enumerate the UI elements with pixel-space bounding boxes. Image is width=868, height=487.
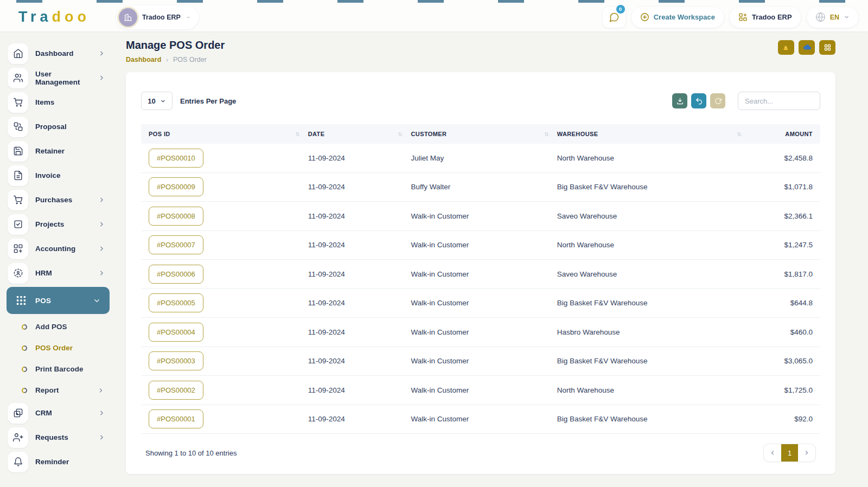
column-label: CUSTOMER bbox=[411, 131, 446, 137]
create-workspace-button[interactable]: Create Workspace bbox=[631, 7, 724, 28]
warehouse-cell: Big Basket F&V Warehouse bbox=[557, 357, 750, 365]
breadcrumb-dashboard-link[interactable]: Dashboard bbox=[126, 56, 161, 63]
pos-id-badge[interactable]: #POS00009 bbox=[149, 177, 203, 196]
pos-id-badge[interactable]: #POS00003 bbox=[149, 351, 203, 370]
sidebar-subitem-pos-order[interactable]: POS Order bbox=[0, 337, 116, 358]
sidebar-item-dashboard[interactable]: Dashboard bbox=[0, 41, 116, 66]
entries-per-page-value: 10 bbox=[148, 97, 155, 105]
chevron-down-icon bbox=[93, 297, 101, 305]
pos-id-badge[interactable]: #POS00008 bbox=[149, 207, 203, 226]
drive-icon bbox=[782, 43, 790, 52]
column-header-customer[interactable]: CUSTOMER bbox=[411, 131, 557, 137]
pos-id-badge[interactable]: #POS00007 bbox=[149, 235, 203, 254]
column-header-date[interactable]: DATE bbox=[308, 131, 411, 137]
amount-cell: $1,247.5 bbox=[750, 241, 813, 249]
bullet-icon bbox=[22, 388, 27, 393]
table-row[interactable]: #POS00005 11-09-2024 Walk-in Customer Bi… bbox=[141, 289, 820, 318]
order-date-cell: 11-09-2024 bbox=[308, 415, 411, 423]
column-label: POS ID bbox=[149, 131, 170, 137]
prev-page-button[interactable] bbox=[764, 444, 781, 462]
cart-icon bbox=[8, 92, 28, 113]
sidebar-item-pos[interactable]: POS bbox=[7, 287, 110, 314]
sidebar-item-reminder[interactable]: Reminder bbox=[0, 450, 116, 474]
refresh-button[interactable] bbox=[710, 93, 725, 108]
chat-button[interactable]: 0 bbox=[603, 7, 626, 28]
grid-view-button[interactable] bbox=[819, 40, 835, 55]
download-icon bbox=[676, 97, 684, 105]
next-page-button[interactable] bbox=[798, 444, 815, 462]
top-bar: Tradoo Tradoo ERP 0 Create Workspace Tra… bbox=[0, 0, 868, 31]
table-row[interactable]: #POS00010 11-09-2024 Juliet May North Wa… bbox=[141, 144, 820, 173]
pos-id-badge[interactable]: #POS00002 bbox=[149, 381, 203, 400]
logo-text-gold: doo bbox=[52, 9, 90, 25]
sidebar-subitem-add-pos[interactable]: Add POS bbox=[0, 316, 116, 337]
sidebar-item-proposal[interactable]: Proposal bbox=[0, 114, 116, 139]
table-row[interactable]: #POS00006 11-09-2024 Walk-in Customer Sa… bbox=[141, 260, 820, 289]
sidebar-item-invoice[interactable]: Invoice bbox=[0, 163, 116, 188]
globe-icon bbox=[815, 12, 826, 22]
undo-button[interactable] bbox=[691, 93, 706, 108]
chat-badge: 0 bbox=[616, 5, 625, 14]
search-input[interactable] bbox=[738, 92, 820, 110]
sidebar-item-hrm[interactable]: HRM bbox=[0, 261, 116, 285]
sidebar-item-accounting[interactable]: Accounting bbox=[0, 236, 116, 261]
pos-id-badge[interactable]: #POS00010 bbox=[149, 149, 203, 168]
amount-cell: $644.8 bbox=[750, 299, 813, 307]
table-row[interactable]: #POS00007 11-09-2024 Walk-in Customer No… bbox=[141, 231, 820, 260]
pos-order-card: 10 Entries Per Page POS IDDATECUSTOMERWA… bbox=[126, 72, 835, 474]
warehouse-cell: North Warehouse bbox=[557, 386, 750, 394]
drive-export-button[interactable] bbox=[778, 40, 794, 55]
warehouse-cell: Big Basket F&V Warehouse bbox=[557, 183, 750, 191]
pos-id-badge[interactable]: #POS00004 bbox=[149, 323, 203, 342]
undo-icon bbox=[695, 97, 703, 105]
pos-id-badge[interactable]: #POS00005 bbox=[149, 293, 203, 312]
sidebar-item-purchases[interactable]: Purchases bbox=[0, 188, 116, 212]
sidebar-item-retainer[interactable]: Retainer bbox=[0, 139, 116, 163]
chevron-down-icon bbox=[186, 15, 191, 20]
customer-cell: Walk-in Customer bbox=[411, 357, 557, 365]
language-selector[interactable]: EN bbox=[807, 7, 858, 28]
table-row[interactable]: #POS00004 11-09-2024 Walk-in Customer Ha… bbox=[141, 318, 820, 347]
plus-circle-icon bbox=[640, 12, 649, 22]
sort-icon bbox=[397, 131, 403, 137]
sidebar-subitem-print-barcode[interactable]: Print Barcode bbox=[0, 358, 116, 380]
order-date-cell: 11-09-2024 bbox=[308, 357, 411, 365]
cloud-export-button[interactable] bbox=[799, 40, 815, 55]
sidebar-item-requests[interactable]: Requests bbox=[0, 425, 116, 450]
sort-icon bbox=[736, 131, 742, 137]
customer-cell: Walk-in Customer bbox=[411, 241, 557, 249]
column-header-pos-id[interactable]: POS ID bbox=[149, 131, 308, 137]
column-header-amount[interactable]: AMOUNT bbox=[750, 131, 813, 137]
chevron-right-icon bbox=[98, 74, 105, 81]
current-page-button[interactable]: 1 bbox=[781, 444, 798, 462]
cart-icon bbox=[8, 190, 28, 210]
warehouse-cell: North Warehouse bbox=[557, 154, 750, 162]
table-row[interactable]: #POS00002 11-09-2024 Walk-in Customer No… bbox=[141, 376, 820, 405]
workspace-selector[interactable]: Tradoo ERP bbox=[116, 5, 199, 29]
bell-icon bbox=[8, 452, 28, 472]
amount-cell: $2,458.8 bbox=[750, 154, 813, 162]
main-content: Manage POS Order Dashboard › POS Order 1… bbox=[116, 0, 868, 474]
table-row[interactable]: #POS00003 11-09-2024 Walk-in Customer Bi… bbox=[141, 347, 820, 376]
pos-id-badge[interactable]: #POS00006 bbox=[149, 265, 203, 284]
column-header-warehouse[interactable]: WAREHOUSE bbox=[557, 131, 750, 137]
sidebar-item-user-management[interactable]: User Management bbox=[0, 66, 116, 90]
table-row[interactable]: #POS00001 11-09-2024 Walk-in Customer Bi… bbox=[141, 405, 820, 434]
table-row[interactable]: #POS00009 11-09-2024 Buffy Walter Big Ba… bbox=[141, 173, 820, 202]
sidebar-item-projects[interactable]: Projects bbox=[0, 212, 116, 236]
order-date-cell: 11-09-2024 bbox=[308, 183, 411, 191]
hrm-icon bbox=[8, 263, 28, 284]
chevron-right-icon bbox=[98, 245, 105, 252]
order-date-cell: 11-09-2024 bbox=[308, 299, 411, 307]
create-workspace-label: Create Workspace bbox=[654, 13, 715, 21]
entries-per-page-select[interactable]: 10 bbox=[141, 92, 173, 110]
customer-cell: Walk-in Customer bbox=[411, 270, 557, 278]
download-button[interactable] bbox=[672, 93, 687, 108]
sidebar-subitem-report[interactable]: Report bbox=[0, 380, 116, 401]
warehouse-cell: North Warehouse bbox=[557, 241, 750, 249]
table-row[interactable]: #POS00008 11-09-2024 Walk-in Customer Sa… bbox=[141, 202, 820, 231]
erp-switcher-button[interactable]: Tradoo ERP bbox=[730, 7, 801, 28]
pos-id-badge[interactable]: #POS00001 bbox=[149, 409, 203, 428]
sidebar-item-items[interactable]: Items bbox=[0, 90, 116, 114]
sidebar-item-crm[interactable]: CRM bbox=[0, 401, 116, 425]
